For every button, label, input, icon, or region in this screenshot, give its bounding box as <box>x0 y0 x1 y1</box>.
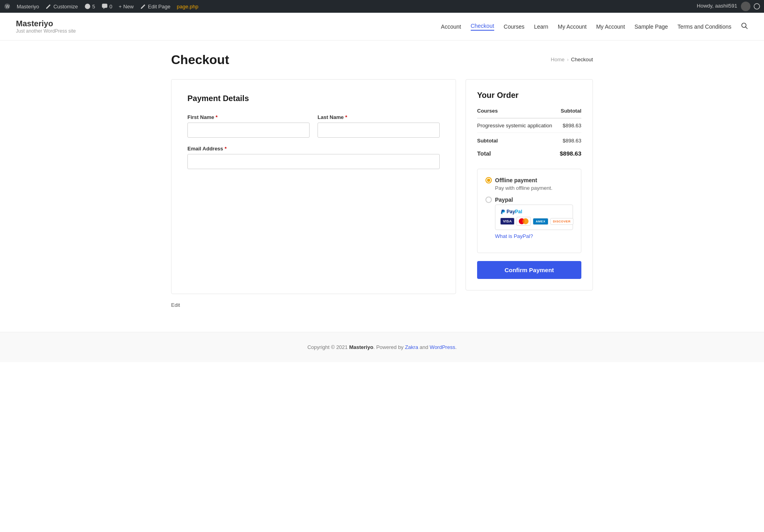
course-name: Progressive systemic application <box>477 118 558 133</box>
admin-bar: W Masteriyo Customize 5 0 + New Edit Pag… <box>0 0 764 13</box>
paypal-payment-header[interactable]: Paypal <box>485 197 573 203</box>
paypal-payment-method: Paypal PayPal VISA <box>485 197 573 239</box>
order-table: Courses Subtotal Progressive systemic ap… <box>477 108 581 161</box>
svg-text:W: W <box>6 4 10 9</box>
paypal-payment-label: Paypal <box>495 197 513 203</box>
footer-site-name: Masteriyo <box>349 344 373 350</box>
first-name-input[interactable] <box>187 123 310 138</box>
last-name-label: Last Name * <box>318 114 440 120</box>
nav-account[interactable]: Account <box>441 23 461 30</box>
nav-sample-page[interactable]: Sample Page <box>635 23 668 30</box>
what-is-paypal-link[interactable]: What is PayPal? <box>495 233 533 239</box>
admin-customize[interactable]: Customize <box>45 3 78 10</box>
courses-col-header: Courses <box>477 108 558 118</box>
site-tagline: Just another WordPress site <box>16 28 96 34</box>
admin-user-info: Howdy, aashil591 <box>697 2 760 11</box>
name-row: First Name * Last Name * <box>187 114 440 138</box>
paypal-radio[interactable] <box>485 197 492 203</box>
table-row: Progressive systemic application $898.63 <box>477 118 581 133</box>
admin-edit-page[interactable]: Edit Page <box>140 3 170 10</box>
total-value: $898.63 <box>558 148 581 161</box>
nav-my-account[interactable]: My Account <box>558 23 587 30</box>
first-name-required: * <box>216 114 218 120</box>
email-label: Email Address * <box>187 146 440 152</box>
discover-icon: DISCOVER <box>550 218 573 225</box>
nav-terms[interactable]: Terms and Conditions <box>678 23 731 30</box>
nav-courses[interactable]: Courses <box>504 23 524 30</box>
admin-wp-icon[interactable]: W <box>4 3 10 10</box>
payment-details-panel: Payment Details First Name * Last Name * <box>171 79 456 294</box>
card-icons: VISA AMEX DISCOVER <box>500 217 573 226</box>
admin-comments[interactable]: 0 <box>101 3 112 10</box>
nav-learn[interactable]: Learn <box>534 23 548 30</box>
offline-radio[interactable] <box>485 177 492 183</box>
offline-payment-method: Offline payment Pay with offline payment… <box>485 177 573 191</box>
total-label: Total <box>477 148 558 161</box>
first-name-label: First Name * <box>187 114 310 120</box>
search-icon[interactable] <box>741 22 748 31</box>
confirm-payment-button[interactable]: Confirm Payment <box>477 261 581 279</box>
payment-methods-box: Offline payment Pay with offline payment… <box>477 169 581 253</box>
order-title: Your Order <box>477 91 581 100</box>
last-name-group: Last Name * <box>318 114 440 138</box>
nav-checkout[interactable]: Checkout <box>471 23 494 31</box>
email-group: Email Address * <box>187 146 440 169</box>
footer-theme-link[interactable]: Zakra <box>405 344 418 350</box>
email-required: * <box>224 146 226 152</box>
last-name-input[interactable] <box>318 123 440 138</box>
first-name-group: First Name * <box>187 114 310 138</box>
svg-point-4 <box>754 4 760 9</box>
site-branding: Masteriyo Just another WordPress site <box>16 19 96 34</box>
mastercard-icon <box>516 217 531 226</box>
paypal-box: PayPal VISA AMEX <box>495 205 573 230</box>
offline-payment-desc: Pay with offline payment. <box>495 185 573 191</box>
edit-link[interactable]: Edit <box>171 302 180 308</box>
subtotal-label: Subtotal <box>477 133 558 148</box>
subtotal-value: $898.63 <box>558 133 581 148</box>
admin-file: page.php <box>177 4 198 10</box>
svg-line-6 <box>746 27 748 29</box>
subtotal-col-header: Subtotal <box>558 108 581 118</box>
breadcrumb-current: Checkout <box>571 57 593 62</box>
site-nav: Account Checkout Courses Learn My Accoun… <box>441 22 748 31</box>
offline-payment-label: Offline payment <box>495 177 537 183</box>
payment-details-title: Payment Details <box>187 94 440 103</box>
admin-site-name[interactable]: Masteriyo <box>17 4 39 10</box>
last-name-required: * <box>345 114 347 120</box>
nav-my-account-2[interactable]: My Account <box>596 23 625 30</box>
breadcrumb-home[interactable]: Home <box>551 57 565 62</box>
email-input[interactable] <box>187 154 440 169</box>
email-row: Email Address * <box>187 146 440 169</box>
order-summary-panel: Your Order Courses Subtotal Progressive … <box>466 79 593 290</box>
site-header: Masteriyo Just another WordPress site Ac… <box>0 13 764 41</box>
total-row: Total $898.63 <box>477 148 581 161</box>
checkout-layout: Payment Details First Name * Last Name * <box>171 79 593 294</box>
footer-platform-link[interactable]: WordPress <box>430 344 455 350</box>
visa-icon: VISA <box>500 218 515 225</box>
offline-payment-header[interactable]: Offline payment <box>485 177 573 183</box>
page-header: Checkout Home › Checkout <box>171 53 593 67</box>
course-price: $898.63 <box>558 118 581 133</box>
admin-revisions[interactable]: 5 <box>84 3 95 10</box>
breadcrumb-separator: › <box>567 57 569 62</box>
footer-copyright: Copyright © 2021 Masteriyo. Powered by Z… <box>8 344 756 350</box>
site-title[interactable]: Masteriyo <box>16 19 96 28</box>
svg-rect-3 <box>102 4 107 8</box>
admin-new[interactable]: + New <box>119 4 134 10</box>
offline-radio-inner <box>487 179 490 182</box>
site-footer: Copyright © 2021 Masteriyo. Powered by Z… <box>0 332 764 362</box>
breadcrumb: Home › Checkout <box>551 57 593 62</box>
amex-icon: AMEX <box>533 218 548 225</box>
subtotal-row: Subtotal $898.63 <box>477 133 581 148</box>
paypal-logo-icon: PayPal <box>500 209 522 214</box>
page-title: Checkout <box>171 53 229 67</box>
page-content: Checkout Home › Checkout Payment Details… <box>163 41 601 332</box>
